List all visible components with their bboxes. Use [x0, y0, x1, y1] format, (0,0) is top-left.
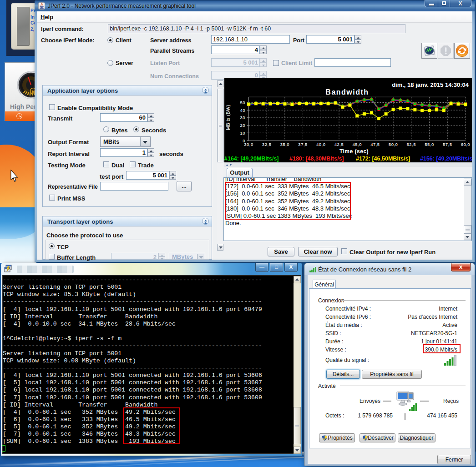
svg-text:52,5: 52,5: [407, 142, 416, 147]
svg-text:47,5: 47,5: [370, 142, 380, 147]
svg-text:35,0: 35,0: [280, 142, 290, 147]
svg-text:MBits (BW): MBits (BW): [226, 105, 231, 130]
svg-text:55,0: 55,0: [425, 142, 434, 147]
svg-text:45,0: 45,0: [352, 142, 362, 147]
svg-text:30,0: 30,0: [244, 142, 253, 147]
svg-text:42,5: 42,5: [334, 142, 344, 147]
svg-text:dim., 18 janv. 2015 14:30:04: dim., 18 janv. 2015 14:30:04: [392, 81, 469, 88]
svg-text:32,5: 32,5: [262, 142, 272, 147]
svg-text:50,0: 50,0: [389, 142, 398, 147]
svg-text:57,5: 57,5: [443, 142, 452, 147]
svg-text:10: 10: [240, 131, 245, 136]
svg-text:20: 20: [240, 123, 245, 128]
svg-text:40: 40: [240, 108, 245, 113]
svg-text:40,0: 40,0: [316, 142, 326, 147]
svg-text:60,0: 60,0: [461, 142, 471, 147]
svg-text:30: 30: [240, 115, 245, 120]
svg-text:37,5: 37,5: [298, 142, 308, 147]
svg-text:Time (sec): Time (sec): [339, 148, 369, 155]
svg-text:50: 50: [240, 100, 245, 105]
svg-text:Bandwidth: Bandwidth: [325, 88, 369, 96]
